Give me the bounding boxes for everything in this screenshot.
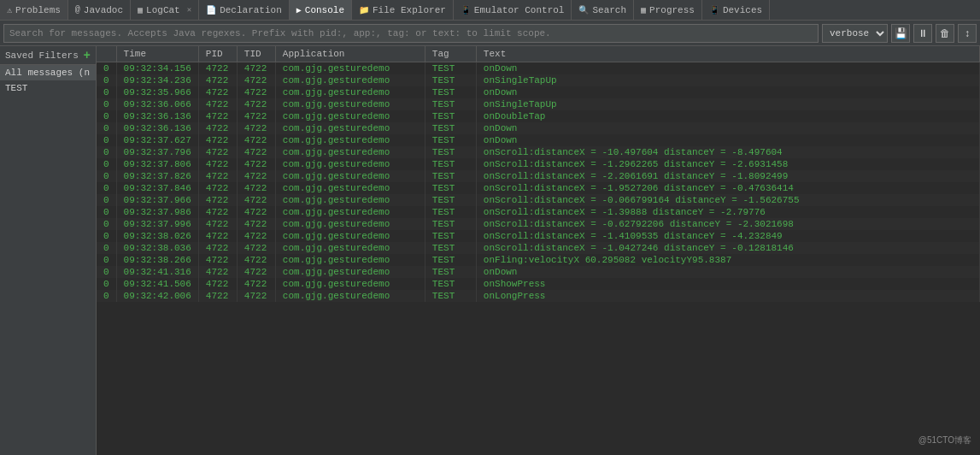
clear-button[interactable]: 🗑 bbox=[936, 24, 954, 43]
cell-text: onScroll:distanceX = -1.0427246 distance… bbox=[476, 242, 979, 254]
cell-level: 0 bbox=[97, 86, 116, 98]
cell-time: 09:32:37.826 bbox=[116, 170, 198, 182]
tab-devices-label: Devices bbox=[723, 5, 762, 15]
cell-pid: 4722 bbox=[198, 194, 237, 206]
cell-tag: TEST bbox=[425, 110, 476, 122]
cell-tid: 4722 bbox=[237, 290, 275, 302]
tab-declaration[interactable]: 📄 Declaration bbox=[199, 0, 290, 20]
cell-pid: 4722 bbox=[198, 122, 237, 134]
save-button[interactable]: 💾 bbox=[891, 24, 910, 43]
devices-icon: 📱 bbox=[709, 5, 719, 15]
cell-app: com.gjg.gesturedemo bbox=[275, 86, 425, 98]
tab-progress[interactable]: ▦ Progress bbox=[634, 0, 702, 20]
tab-emulator-label: Emulator Control bbox=[474, 5, 565, 15]
cell-pid: 4722 bbox=[198, 98, 237, 110]
cell-tid: 4722 bbox=[237, 266, 275, 278]
table-row: 0 09:32:38.026 4722 4722 com.gjg.gesture… bbox=[97, 230, 980, 242]
cell-tag: TEST bbox=[425, 122, 476, 134]
tab-bar: ⚠ Problems @ Javadoc ▦ LogCat ✕ 📄 Declar… bbox=[0, 0, 980, 21]
cell-text: onFling:velocityX 60.295082 velocityY95.… bbox=[476, 254, 979, 266]
cell-app: com.gjg.gesturedemo bbox=[275, 278, 425, 290]
table-row: 0 09:32:37.846 4722 4722 com.gjg.gesture… bbox=[97, 182, 980, 194]
pause-button[interactable]: ⏸ bbox=[913, 24, 932, 43]
cell-pid: 4722 bbox=[198, 206, 237, 218]
tab-console-label: Console bbox=[305, 5, 344, 15]
search-tab-icon: 🔍 bbox=[578, 5, 589, 15]
cell-text: onScroll:distanceX = -1.2962265 distance… bbox=[476, 158, 979, 170]
cell-time: 09:32:36.136 bbox=[116, 122, 198, 134]
cell-text: onScroll:distanceX = -1.4109535 distance… bbox=[476, 230, 979, 242]
cell-pid: 4722 bbox=[198, 290, 237, 302]
tab-logcat[interactable]: ▦ LogCat ✕ bbox=[131, 0, 199, 20]
logcat-close-icon[interactable]: ✕ bbox=[187, 5, 191, 15]
cell-app: com.gjg.gesturedemo bbox=[275, 146, 425, 158]
table-row: 0 09:32:35.966 4722 4722 com.gjg.gesture… bbox=[97, 86, 980, 98]
cell-text: onSingleTapUp bbox=[476, 98, 979, 110]
cell-app: com.gjg.gesturedemo bbox=[275, 110, 425, 122]
cell-tag: TEST bbox=[425, 218, 476, 230]
cell-app: com.gjg.gesturedemo bbox=[275, 242, 425, 254]
cell-tid: 4722 bbox=[237, 146, 275, 158]
sidebar-item-all-messages[interactable]: All messages (n bbox=[0, 65, 96, 80]
tab-problems-label: Problems bbox=[15, 5, 61, 15]
cell-tag: TEST bbox=[425, 194, 476, 206]
table-row: 0 09:32:37.627 4722 4722 com.gjg.gesture… bbox=[97, 134, 980, 146]
cell-pid: 4722 bbox=[198, 230, 237, 242]
tab-problems[interactable]: ⚠ Problems bbox=[0, 0, 68, 20]
sidebar-item-test[interactable]: TEST bbox=[0, 80, 96, 96]
tab-devices[interactable]: 📱 Devices bbox=[702, 0, 770, 20]
cell-time: 09:32:41.506 bbox=[116, 278, 198, 290]
col-header-tag: Tag bbox=[425, 46, 476, 62]
tab-console[interactable]: ▶ Console bbox=[290, 0, 352, 20]
tab-emulator-control[interactable]: 📱 Emulator Control bbox=[454, 0, 572, 20]
console-icon: ▶ bbox=[296, 5, 302, 15]
cell-level: 0 bbox=[97, 146, 116, 158]
cell-tid: 4722 bbox=[237, 110, 275, 122]
cell-tid: 4722 bbox=[237, 218, 275, 230]
cell-time: 09:32:35.966 bbox=[116, 86, 198, 98]
scroll-button[interactable]: ↕ bbox=[958, 24, 977, 43]
cell-tag: TEST bbox=[425, 134, 476, 146]
cell-app: com.gjg.gesturedemo bbox=[275, 290, 425, 302]
app-container: ⚠ Problems @ Javadoc ▦ LogCat ✕ 📄 Declar… bbox=[0, 0, 980, 455]
log-area[interactable]: Time PID TID Application Tag Text 0 09:3… bbox=[97, 46, 980, 455]
tab-search-label: Search bbox=[592, 5, 626, 15]
cell-text: onScroll:distanceX = -2.2061691 distance… bbox=[476, 170, 979, 182]
cell-app: com.gjg.gesturedemo bbox=[275, 170, 425, 182]
cell-app: com.gjg.gesturedemo bbox=[275, 122, 425, 134]
table-row: 0 09:32:41.316 4722 4722 com.gjg.gesture… bbox=[97, 266, 980, 278]
tab-declaration-label: Declaration bbox=[220, 5, 282, 15]
cell-pid: 4722 bbox=[198, 158, 237, 170]
cell-app: com.gjg.gesturedemo bbox=[275, 74, 425, 86]
saved-filters-label: Saved Filters bbox=[5, 50, 79, 61]
cell-app: com.gjg.gesturedemo bbox=[275, 62, 425, 75]
tab-file-explorer[interactable]: 📁 File Explorer bbox=[352, 0, 454, 20]
cell-time: 09:32:37.966 bbox=[116, 194, 198, 206]
tab-javadoc[interactable]: @ Javadoc bbox=[68, 0, 131, 20]
cell-app: com.gjg.gesturedemo bbox=[275, 254, 425, 266]
tab-search[interactable]: 🔍 Search bbox=[572, 0, 634, 20]
cell-tag: TEST bbox=[425, 254, 476, 266]
cell-text: onDown bbox=[476, 122, 979, 134]
cell-pid: 4722 bbox=[198, 278, 237, 290]
cell-level: 0 bbox=[97, 290, 116, 302]
declaration-icon: 📄 bbox=[206, 5, 216, 15]
cell-app: com.gjg.gesturedemo bbox=[275, 194, 425, 206]
cell-pid: 4722 bbox=[198, 182, 237, 194]
cell-text: onDown bbox=[476, 62, 979, 75]
cell-level: 0 bbox=[97, 206, 116, 218]
cell-tid: 4722 bbox=[237, 122, 275, 134]
search-input[interactable] bbox=[3, 24, 819, 43]
cell-level: 0 bbox=[97, 194, 116, 206]
cell-app: com.gjg.gesturedemo bbox=[275, 158, 425, 170]
table-row: 0 09:32:37.806 4722 4722 com.gjg.gesture… bbox=[97, 158, 980, 170]
cell-tag: TEST bbox=[425, 278, 476, 290]
cell-level: 0 bbox=[97, 182, 116, 194]
cell-tid: 4722 bbox=[237, 74, 275, 86]
add-filter-button[interactable]: + bbox=[84, 49, 91, 62]
verbose-select[interactable]: verbose debug info warn error bbox=[822, 24, 888, 43]
tab-progress-label: Progress bbox=[649, 5, 695, 15]
cell-level: 0 bbox=[97, 122, 116, 134]
cell-pid: 4722 bbox=[198, 74, 237, 86]
cell-app: com.gjg.gesturedemo bbox=[275, 134, 425, 146]
